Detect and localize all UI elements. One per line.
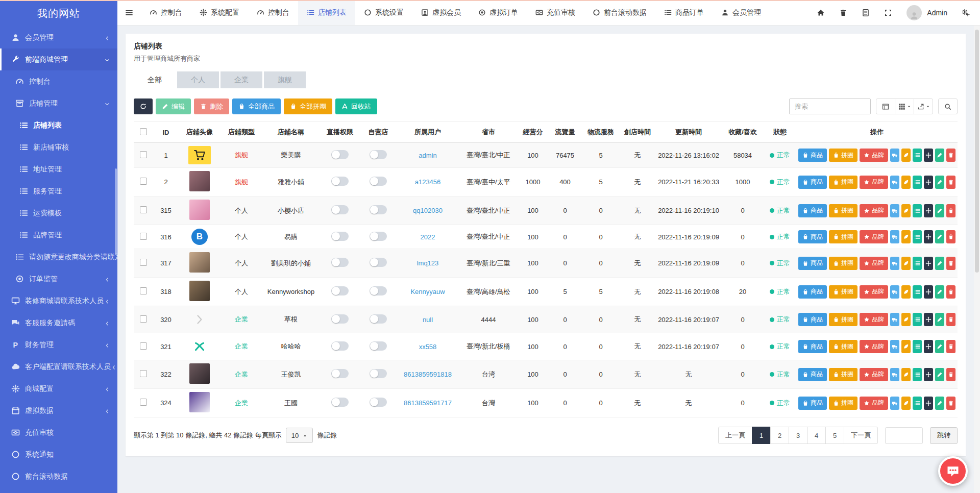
jump-page-input[interactable]	[885, 427, 923, 444]
live-permission-toggle[interactable]	[331, 341, 349, 351]
owner-user-link[interactable]: a123456	[415, 178, 441, 186]
self-operated-toggle[interactable]	[370, 205, 387, 214]
row-checkbox[interactable]	[140, 342, 147, 350]
nav-item-虚拟订单[interactable]: 虚拟订单	[470, 0, 527, 25]
logistics-button[interactable]	[890, 368, 899, 381]
owner-user-link[interactable]: 8613859591717	[404, 399, 452, 407]
delete-row-button[interactable]	[946, 397, 955, 410]
nav-item-系统配置[interactable]: 系统配置	[191, 0, 248, 25]
logistics-button[interactable]	[890, 285, 899, 299]
sidebar-item-运费模板[interactable]: 运费模板	[0, 202, 117, 224]
logistics-button[interactable]	[890, 149, 899, 162]
tab-旗舰[interactable]: 旗舰	[264, 71, 306, 88]
nav-item-商品订单[interactable]: 商品订单	[655, 0, 713, 25]
sidebar-item-客服服务邀請碼[interactable]: 客服服务邀請碼	[0, 312, 117, 334]
brand-button[interactable]: 品牌	[860, 257, 888, 270]
owner-user-link[interactable]: 8613859591818	[404, 371, 452, 378]
self-operated-toggle[interactable]	[370, 314, 387, 324]
leaf-button[interactable]	[901, 230, 911, 243]
live-permission-toggle[interactable]	[331, 258, 349, 267]
logistics-button[interactable]	[890, 397, 899, 410]
leaf-button[interactable]	[901, 176, 911, 189]
brand-button[interactable]: 品牌	[860, 230, 888, 243]
sidebar-item-订单监管[interactable]: 订单监管	[0, 268, 117, 290]
live-permission-toggle[interactable]	[331, 177, 349, 186]
move-button[interactable]	[924, 149, 933, 162]
delete-row-button[interactable]	[946, 368, 955, 381]
page-button-4[interactable]: 4	[807, 427, 826, 444]
export-button[interactable]	[914, 98, 933, 114]
sidebar-item-品牌管理[interactable]: 品牌管理	[0, 224, 117, 246]
goods-button[interactable]: 商品	[798, 230, 827, 243]
page-button-2[interactable]: 2	[770, 427, 789, 444]
sidebar-item-会员管理[interactable]: 会员管理	[0, 27, 117, 48]
row-checkbox[interactable]	[140, 206, 147, 213]
next-page-button[interactable]: 下一頁	[844, 427, 878, 444]
list-button[interactable]	[913, 176, 922, 189]
list-button[interactable]	[913, 230, 922, 243]
search-input[interactable]	[789, 98, 871, 114]
sidebar-item-地址管理[interactable]: 地址管理	[0, 158, 117, 180]
leaf-button[interactable]	[901, 257, 911, 270]
delete-row-button[interactable]	[946, 285, 955, 299]
move-button[interactable]	[924, 257, 933, 270]
prev-page-button[interactable]: 上一頁	[718, 427, 752, 444]
group-button[interactable]: 拼團	[829, 176, 857, 189]
edit-button[interactable]: 编辑	[156, 98, 191, 114]
nav-item-店铺列表[interactable]: 店铺列表	[298, 0, 355, 25]
sidebar-item-前台滚动数据[interactable]: 前台滚动数据	[0, 465, 117, 487]
goods-button[interactable]: 商品	[798, 149, 827, 162]
edit-row-button[interactable]	[935, 149, 944, 162]
self-operated-toggle[interactable]	[370, 232, 387, 241]
move-button[interactable]	[924, 230, 933, 243]
goods-button[interactable]: 商品	[798, 313, 827, 326]
nav-item-虚拟会员[interactable]: 虚拟会员	[412, 0, 470, 25]
page-button-3[interactable]: 3	[789, 427, 807, 444]
edit-row-button[interactable]	[935, 176, 944, 189]
brand-button[interactable]: 品牌	[860, 397, 888, 410]
goods-button[interactable]: 商品	[798, 397, 827, 410]
delete-row-button[interactable]	[946, 257, 955, 270]
sidebar-item-店铺管理[interactable]: 店铺管理	[0, 92, 117, 114]
live-permission-toggle[interactable]	[331, 150, 349, 159]
live-permission-toggle[interactable]	[331, 205, 349, 214]
recycle-bin-button[interactable]: 回收站	[335, 98, 377, 114]
group-button[interactable]: 拼團	[829, 149, 857, 162]
row-checkbox[interactable]	[140, 151, 147, 158]
brand-button[interactable]: 品牌	[860, 204, 888, 217]
nav-item-控制台[interactable]: 控制台	[248, 0, 298, 25]
nav-item-控制台[interactable]: 控制台	[141, 0, 191, 25]
sidebar-item-商城配置[interactable]: 商城配置	[0, 378, 117, 400]
row-checkbox[interactable]	[140, 287, 147, 294]
edit-row-button[interactable]	[935, 340, 944, 353]
move-button[interactable]	[924, 285, 933, 299]
leaf-button[interactable]	[901, 368, 911, 381]
fullscreen-icon[interactable]	[884, 9, 892, 17]
group-button[interactable]: 拼團	[829, 313, 857, 326]
leaf-button[interactable]	[901, 397, 911, 410]
edit-row-button[interactable]	[935, 368, 944, 381]
sidebar-item-请勿随意更改商城分类请联系技术人员[interactable]: 请勿随意更改商城分类请联系技术人员	[0, 246, 117, 268]
chat-fab-button[interactable]	[938, 456, 968, 486]
goods-button[interactable]: 商品	[798, 176, 827, 189]
edit-row-button[interactable]	[935, 204, 944, 217]
nav-item-系统设置[interactable]: 系统设置	[355, 0, 412, 25]
owner-user-link[interactable]: xx558	[419, 343, 437, 351]
delete-button[interactable]: 删除	[194, 98, 229, 114]
refresh-button[interactable]	[134, 98, 153, 114]
columns-button[interactable]	[895, 98, 914, 114]
leaf-button[interactable]	[901, 204, 911, 217]
list-button[interactable]	[913, 313, 922, 326]
logistics-button[interactable]	[890, 176, 899, 189]
logistics-button[interactable]	[890, 257, 899, 270]
sidebar-scrollbar[interactable]	[115, 168, 117, 255]
group-button[interactable]: 拼團	[829, 230, 857, 243]
brand-button[interactable]: 品牌	[860, 313, 888, 326]
brand-button[interactable]: 品牌	[860, 176, 888, 189]
move-button[interactable]	[924, 397, 933, 410]
all-goods-button[interactable]: 全部商品	[232, 98, 281, 114]
page-size-select[interactable]: 10	[286, 428, 313, 443]
move-button[interactable]	[924, 340, 933, 353]
logistics-button[interactable]	[890, 230, 899, 243]
group-button[interactable]: 拼團	[829, 340, 857, 353]
